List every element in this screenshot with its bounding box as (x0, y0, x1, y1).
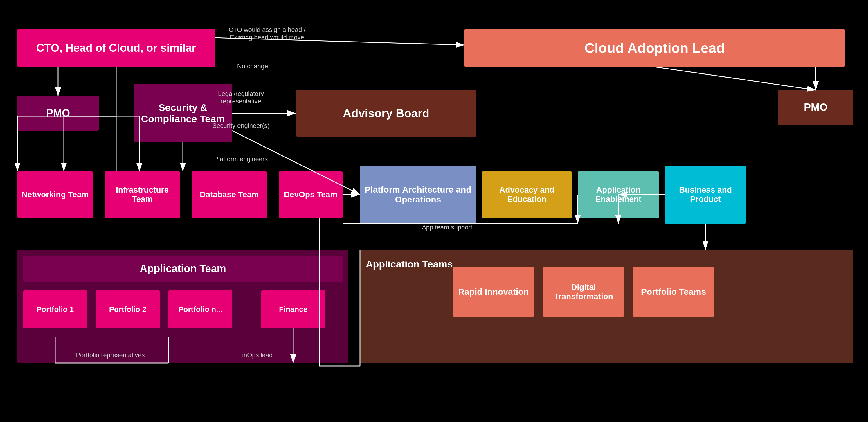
app-teams-right-label: Application Teams (366, 259, 453, 270)
devops-node: DevOps Team (279, 171, 343, 218)
diagram-container: CTO, Head of Cloud, or similar Cloud Ado… (0, 0, 868, 422)
cloud-lead-node: Cloud Adoption Lead (464, 29, 845, 67)
advisory-node: Advisory Board (296, 90, 476, 137)
digital-transform-node: Digital Transformation (543, 267, 624, 316)
app-team-label: Application Team (23, 255, 343, 282)
platform-arch-node: Platform Architecture and Operations (360, 165, 476, 223)
label-finops-lead: FinOps lead (226, 352, 284, 359)
app-enablement-node: Application Enablement (578, 171, 659, 218)
rapid-innovation-node: Rapid Innovation (453, 267, 534, 316)
label-legal-rep: Legal/regulatory representative (203, 90, 279, 105)
networking-node: Networking Team (18, 171, 93, 218)
advocacy-node: Advocacy and Education (482, 171, 572, 218)
cto-node: CTO, Head of Cloud, or similar (18, 29, 215, 67)
pmo-right-node: PMO (778, 90, 854, 125)
database-node: Database Team (192, 171, 267, 218)
portfolio2-node: Portfolio 2 (96, 291, 160, 328)
portfolion-node: Portfolio n... (168, 291, 232, 328)
finance-node: Finance (261, 291, 325, 328)
label-portfolio-reps: Portfolio representatives (52, 352, 168, 359)
pmo-left-node: PMO (18, 96, 99, 131)
label-app-team-support: App team support (406, 223, 488, 231)
label-platform-engineers: Platform engineers (203, 155, 279, 163)
svg-line-3 (655, 67, 816, 90)
label-security-engineers: Security engineer(s) (203, 122, 279, 129)
label-cto-to-cloud: CTO would assign a head / Existing head … (226, 26, 308, 41)
portfolio-teams-node: Portfolio Teams (633, 267, 714, 316)
infrastructure-node: Infrastructure Team (104, 171, 180, 218)
business-product-node: Business and Product (665, 165, 746, 223)
label-no-change: No change (226, 62, 279, 70)
portfolio1-node: Portfolio 1 (23, 291, 87, 328)
